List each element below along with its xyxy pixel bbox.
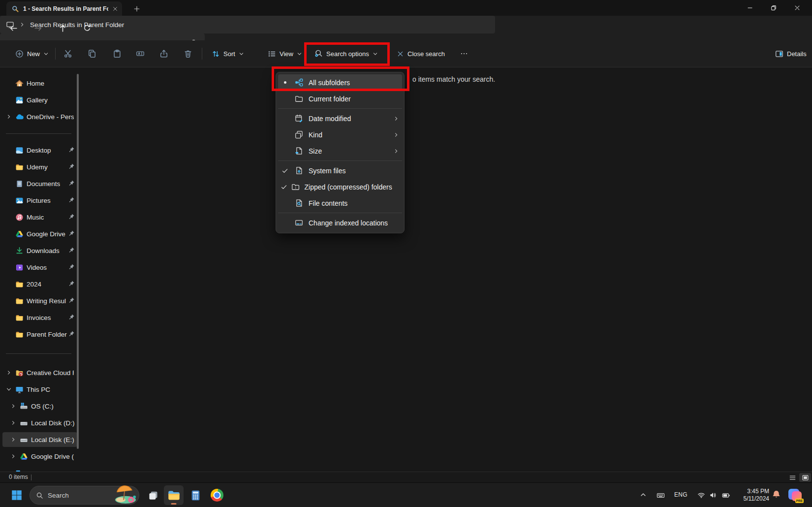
- menu-item-current-folder[interactable]: Current folder: [278, 91, 402, 107]
- taskbar-search-box[interactable]: Search: [30, 486, 139, 505]
- sidebar-item-label: Local Disk (E:): [31, 436, 74, 444]
- sidebar-item-item[interactable]: [0, 465, 81, 472]
- sidebar-item-writing-resul[interactable]: Writing Resul: [0, 292, 81, 309]
- sidebar-item-google-drive[interactable]: Google Drive (: [0, 448, 81, 465]
- sidebar-item-invoices[interactable]: Invoices: [0, 309, 81, 326]
- sidebar-item-label: OS (C:): [31, 403, 54, 410]
- sidebar-item-parent-folder[interactable]: Parent Folder: [0, 326, 81, 343]
- thumbnail-view-toggle[interactable]: [799, 473, 811, 482]
- minimize-button[interactable]: [739, 0, 761, 16]
- sidebar-item-downloads[interactable]: Downloads: [0, 242, 81, 259]
- task-view-button[interactable]: [143, 485, 163, 505]
- new-tab-button[interactable]: [131, 3, 143, 15]
- paste-button[interactable]: [108, 45, 126, 62]
- sidebar-scrollbar[interactable]: [77, 74, 79, 449]
- explorer-tab[interactable]: 1 - Search Results in Parent Fol: [6, 1, 122, 16]
- menu-item-change-indexed-locations[interactable]: Change indexed locations: [278, 215, 402, 231]
- tab-close-icon[interactable]: [112, 6, 118, 12]
- share-button[interactable]: [155, 45, 173, 62]
- start-button[interactable]: [7, 485, 27, 505]
- menu-item-zipped-compressed-folders[interactable]: Zipped (compressed) folders: [278, 179, 402, 195]
- chevron-right-icon[interactable]: [9, 453, 17, 459]
- chevron-down-icon[interactable]: [5, 386, 13, 392]
- file-explorer-taskbar-button[interactable]: [164, 485, 184, 505]
- clock[interactable]: 3:45 PM 5/11/2024: [744, 488, 770, 503]
- sidebar-item-documents[interactable]: Documents: [0, 175, 81, 192]
- chevron-right-icon[interactable]: [9, 437, 17, 443]
- sidebar-item-os-c[interactable]: OS (C:): [0, 398, 81, 414]
- new-button[interactable]: New: [11, 45, 53, 63]
- menu-item-date-modified[interactable]: Date modified: [278, 110, 402, 127]
- rename-icon: [136, 49, 145, 58]
- sidebar-item-creative-cloud-f[interactable]: Creative Cloud F: [0, 364, 81, 381]
- menu-item-kind[interactable]: Kind: [278, 127, 402, 143]
- sidebar-item-local-disk-e[interactable]: Local Disk (E:): [0, 431, 81, 448]
- sidebar-item-google-drive[interactable]: Google Drive: [0, 225, 81, 242]
- sidebar-item-label: Writing Resul: [27, 297, 66, 305]
- battery-icon[interactable]: [722, 491, 730, 500]
- sidebar-item-music[interactable]: Music: [0, 209, 81, 225]
- details-label: Details: [787, 50, 807, 58]
- copy-button[interactable]: [83, 45, 101, 62]
- submenu-chevron-icon: [390, 132, 402, 138]
- menu-item-all-subfolders[interactable]: All subfolders: [278, 74, 402, 91]
- delete-button[interactable]: [179, 45, 197, 62]
- sidebar-item-home[interactable]: Home: [0, 75, 81, 92]
- sidebar-item-this-pc[interactable]: This PC: [0, 381, 81, 398]
- sidebar-item-videos[interactable]: Videos: [0, 259, 81, 276]
- chevron-right-icon[interactable]: [9, 403, 17, 409]
- restore-button[interactable]: [762, 0, 785, 16]
- back-button[interactable]: [5, 20, 21, 36]
- sidebar-item-label: Invoices: [27, 314, 51, 321]
- sidebar-item-local-disk-d[interactable]: Local Disk (D:): [0, 414, 81, 431]
- check-icon: [281, 184, 287, 190]
- chrome-taskbar-button[interactable]: [207, 485, 227, 505]
- chevron-right-icon[interactable]: [5, 370, 13, 376]
- up-button[interactable]: [55, 20, 70, 36]
- calculator-taskbar-button[interactable]: [186, 485, 205, 505]
- close-search-icon: [397, 50, 404, 58]
- chevron-right-icon[interactable]: [5, 114, 13, 120]
- sidebar-item-pictures[interactable]: Pictures: [0, 192, 81, 209]
- menu-item-file-contents[interactable]: File contents: [278, 195, 402, 211]
- menu-item-system-files[interactable]: System files: [278, 162, 402, 179]
- more-options-button[interactable]: [455, 45, 473, 63]
- sidebar-item-udemy[interactable]: Udemy: [0, 158, 81, 175]
- forward-button[interactable]: [30, 20, 46, 36]
- pin-icon: [68, 146, 75, 153]
- close-search-button[interactable]: Close search: [392, 45, 449, 63]
- sidebar-item-2024[interactable]: 2024: [0, 276, 81, 292]
- sidebar-item-desktop[interactable]: Desktop: [0, 142, 81, 158]
- address-bar[interactable]: Search Results in Parent Folder: [0, 16, 495, 33]
- tray-overflow-chevron-icon[interactable]: [640, 491, 647, 498]
- sidebar-item-label: Local Disk (D:): [31, 419, 75, 427]
- windows-logo-icon: [11, 489, 23, 501]
- details-button[interactable]: Details: [771, 45, 811, 63]
- refresh-button[interactable]: [79, 20, 95, 36]
- sort-icon: [212, 50, 220, 58]
- volume-icon[interactable]: [709, 491, 717, 499]
- sidebar-item-onedrive-perso[interactable]: OneDrive - Perso: [0, 108, 81, 125]
- touch-keyboard-icon[interactable]: [656, 491, 665, 500]
- details-view-toggle[interactable]: [786, 473, 798, 482]
- menu-item-size[interactable]: Size: [278, 143, 402, 159]
- 2024-icon: [13, 280, 26, 288]
- navigation-bar: Search Results in Parent Folder 1: [0, 16, 812, 40]
- sidebar-item-gallery[interactable]: Gallery: [0, 92, 81, 108]
- rename-button[interactable]: [131, 45, 149, 62]
- chevron-right-icon[interactable]: [9, 420, 17, 426]
- notifications-bell-icon[interactable]: [772, 490, 781, 499]
- desktop-icon: [13, 146, 26, 155]
- close-button[interactable]: [786, 0, 809, 16]
- sort-button[interactable]: Sort: [207, 45, 249, 63]
- preview-app-icon[interactable]: PRE: [788, 488, 802, 502]
- documents-icon: [13, 180, 26, 188]
- file-explorer-window: 1 - Search Results in Parent Fol Search …: [0, 0, 812, 507]
- sidebar-divider: [0, 125, 81, 142]
- view-button[interactable]: View: [263, 45, 307, 63]
- cut-button[interactable]: [59, 45, 77, 62]
- wifi-icon[interactable]: [697, 491, 705, 499]
- menu-item-label: Current folder: [309, 95, 390, 103]
- language-indicator[interactable]: ENG: [674, 491, 687, 498]
- search-options-button[interactable]: Search options: [310, 45, 382, 63]
